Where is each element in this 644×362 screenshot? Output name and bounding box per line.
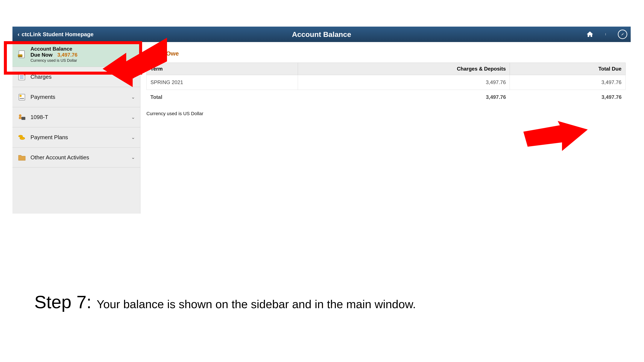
chevron-down-icon: ⌄ — [131, 94, 135, 100]
svg-rect-12 — [19, 94, 25, 100]
chevron-down-icon: ⌄ — [131, 135, 135, 140]
balance-text: Account Balance Due Now 3,497.76 Currenc… — [30, 46, 78, 63]
cell-total-due: 3,497.76 — [510, 75, 626, 90]
list-icon — [18, 73, 26, 81]
totals-total-due: 3,497.76 — [510, 90, 626, 105]
sidebar-item-label: 1098-T — [30, 114, 48, 120]
col-total-due: Total Due — [510, 63, 626, 75]
back-button[interactable]: ‹ ctcLink Student Homepage — [18, 31, 94, 38]
coins-icon — [18, 133, 26, 142]
totals-row: Total 3,497.76 3,497.76 — [146, 90, 626, 105]
svg-point-0 — [605, 33, 606, 34]
step-caption: Step 7: Your balance is shown on the sid… — [34, 292, 416, 313]
sidebar-item-1098t[interactable]: 1098-T ⌄ — [12, 107, 140, 127]
balance-amount: 3,497.76 — [57, 52, 77, 58]
invoice-icon — [18, 50, 26, 59]
svg-point-18 — [18, 135, 23, 137]
sidebar-item-payment-plans[interactable]: Payment Plans ⌄ — [12, 127, 140, 147]
sidebar-item-other-activities[interactable]: Other Account Activities ⌄ — [12, 147, 140, 167]
svg-marker-3 — [621, 33, 624, 36]
section-title: What I Owe — [146, 50, 626, 57]
svg-rect-17 — [22, 117, 25, 120]
svg-point-13 — [20, 95, 22, 97]
main-content: What I Owe Term Charges & Deposits Total… — [140, 42, 631, 214]
what-i-owe-table: Term Charges & Deposits Total Due SPRING… — [146, 63, 626, 104]
sidebar-item-label: Other Account Activities — [30, 154, 89, 161]
step-label: Step 7: — [34, 292, 92, 313]
sidebar: Account Balance Due Now 3,497.76 Currenc… — [12, 42, 140, 214]
svg-point-1 — [605, 34, 606, 34]
sidebar-balance-card[interactable]: Account Balance Due Now 3,497.76 Currenc… — [12, 42, 140, 67]
cell-term: SPRING 2021 — [146, 75, 298, 90]
chevron-down-icon: ⌄ — [131, 74, 135, 80]
compass-icon[interactable] — [618, 29, 627, 39]
back-label: ctcLink Student Homepage — [22, 31, 94, 38]
currency-note: Currency used is US Dollar — [146, 111, 626, 116]
balance-due-label: Due Now — [30, 52, 52, 58]
chevron-down-icon: ⌄ — [131, 114, 135, 120]
balance-due-line: Due Now 3,497.76 — [30, 52, 78, 58]
col-charges: Charges & Deposits — [298, 63, 510, 75]
payment-icon — [18, 93, 26, 101]
totals-label: Total — [146, 90, 298, 105]
sidebar-item-label: Payments — [30, 94, 56, 100]
totals-charges: 3,497.76 — [298, 90, 510, 105]
cell-charges: 3,497.76 — [298, 75, 510, 90]
sidebar-item-label: Payment Plans — [30, 134, 68, 141]
content-row: Account Balance Due Now 3,497.76 Currenc… — [12, 42, 631, 214]
sidebar-item-label: Charges — [30, 73, 52, 80]
page-title: Account Balance — [292, 30, 351, 39]
step-description: Your balance is shown on the sidebar and… — [96, 298, 416, 311]
folder-icon — [18, 153, 26, 162]
svg-rect-14 — [20, 98, 24, 99]
header-actions — [585, 29, 627, 39]
svg-point-15 — [19, 114, 22, 117]
home-icon[interactable] — [585, 29, 595, 39]
more-icon[interactable] — [602, 29, 611, 39]
svg-point-2 — [605, 35, 606, 35]
sidebar-item-charges[interactable]: Charges ⌄ — [12, 67, 140, 87]
table-row: SPRING 2021 3,497.76 3,497.76 — [146, 75, 626, 90]
table-header-row: Term Charges & Deposits Total Due — [146, 63, 626, 75]
balance-currency-note: Currency used is US Dollar — [30, 58, 78, 63]
svg-rect-16 — [19, 117, 22, 119]
app-frame: ‹ ctcLink Student Homepage Account Balan… — [12, 26, 631, 214]
sidebar-item-payments[interactable]: Payments ⌄ — [12, 87, 140, 107]
person-monitor-icon — [18, 113, 26, 122]
header-bar: ‹ ctcLink Student Homepage Account Balan… — [12, 26, 631, 42]
chevron-down-icon: ⌄ — [131, 155, 135, 160]
svg-rect-6 — [18, 56, 22, 56]
svg-marker-11 — [24, 73, 26, 75]
balance-title: Account Balance — [30, 46, 78, 52]
col-term: Term — [146, 63, 298, 75]
svg-point-19 — [20, 137, 25, 140]
chevron-left-icon: ‹ — [18, 31, 20, 38]
